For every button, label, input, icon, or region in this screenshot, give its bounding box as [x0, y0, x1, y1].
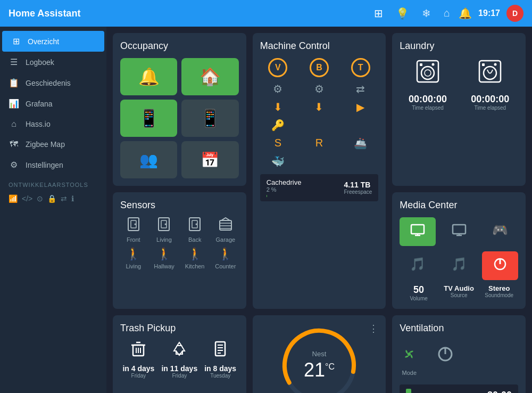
play-icon[interactable]: ▶	[343, 101, 379, 113]
alarm-icon: 🔔	[138, 67, 160, 87]
machine-control-title: Machine Control	[260, 40, 379, 52]
info-icon[interactable]: ℹ	[71, 194, 74, 203]
nav-home[interactable]: ⌂	[444, 7, 450, 20]
svg-rect-12	[159, 218, 169, 231]
recycle-icon[interactable]	[161, 340, 198, 361]
tv-btn[interactable]	[400, 217, 436, 246]
person-kitchen-icon: 🚶	[188, 247, 202, 261]
trash-paper: in 8 days Tuesday	[202, 340, 239, 379]
trash-bin-icon[interactable]	[120, 340, 157, 361]
phone1-icon: 📱	[138, 108, 160, 128]
nest-gauge: Nest 21 °C	[277, 323, 362, 393]
soundmode-display: Stereo Soundmode	[480, 284, 518, 301]
r-badge-icon[interactable]: R	[301, 137, 337, 149]
svg-rect-15	[189, 218, 200, 231]
transfer-icon[interactable]: ⇄	[61, 194, 67, 203]
avatar[interactable]: D	[506, 5, 523, 22]
soundmode-label: Soundmode	[480, 292, 518, 298]
people-sensors-grid: 🚶 Living 🚶 Hallway 🚶 Kitchen 🚶 Counter	[120, 247, 239, 269]
trash-recycle-day: Friday	[161, 373, 198, 379]
sidebar-label-overzicht: Overzicht	[28, 37, 59, 46]
spotify-btn[interactable]: 🎵	[441, 251, 477, 280]
radar-icon[interactable]: ⊙	[37, 194, 43, 203]
occ-calendar-btn[interactable]: 📅	[181, 141, 238, 178]
sensor-back-label: Back	[188, 236, 201, 243]
tv2-btn[interactable]	[441, 217, 477, 246]
svg-rect-7	[482, 63, 485, 66]
volume-label: Volume	[400, 296, 438, 301]
cache-label: Cachedrive	[267, 178, 302, 186]
sidebar-item-grafana[interactable]: 📊 Grafana	[0, 93, 106, 114]
playstation-btn[interactable]: 🎮	[482, 217, 518, 246]
vent-time: 30:00	[473, 390, 512, 393]
key-icon[interactable]: 🔑	[260, 119, 296, 132]
dryer-time: 00:00:00	[462, 94, 518, 105]
vent-time-info: 30:00 Time Remaining	[473, 390, 512, 393]
docker-icon[interactable]: 🐳	[260, 155, 296, 168]
door-front-icon	[127, 217, 140, 234]
gear2-icon[interactable]: ⚙	[301, 83, 337, 95]
sensor-back: Back	[181, 217, 208, 243]
svg-point-43	[408, 353, 411, 356]
sidebar-item-geschiedenis[interactable]: 📋 Geschiedenis	[0, 72, 106, 93]
source-label: Source	[440, 292, 478, 298]
person-living: 🚶 Living	[120, 247, 147, 269]
laundry-title: Laundry	[400, 40, 518, 52]
svg-rect-25	[453, 225, 466, 234]
nav-dashboard[interactable]: ⊞	[374, 7, 383, 20]
fan-icon[interactable]	[400, 345, 419, 367]
power-btn[interactable]	[482, 251, 518, 280]
laundry-card: Laundry 00:00:00 Time elapsed	[392, 33, 526, 186]
bell-icon[interactable]: 🔔	[459, 7, 472, 20]
sensor-living: Living	[151, 217, 178, 243]
machine-control-card: Machine Control V B T ⚙ ⚙ ⇄	[253, 33, 386, 309]
nav-climate[interactable]: ❄	[422, 7, 431, 20]
vent-progress-bar: Ventilation 33 % 30:00 Time Remaining	[400, 384, 518, 393]
person-counter-label: Counter	[215, 263, 236, 269]
header: Home Assistant ⊞ 💡 ❄ ⌂ 🔔 19:17 D	[0, 0, 532, 27]
music-btn[interactable]: 🎵	[400, 251, 436, 280]
sidebar-item-logboek[interactable]: ☰ Logboek	[0, 52, 106, 72]
garage-icon	[219, 217, 232, 234]
volume-value: 50	[400, 284, 438, 296]
occ-phone1-btn[interactable]: 📱	[120, 100, 177, 137]
wifi-icon[interactable]: 📶	[9, 194, 18, 203]
sidebar-item-instellingen[interactable]: ⚙ Instellingen	[0, 154, 106, 175]
occ-alarm-btn[interactable]: 🔔	[120, 58, 177, 95]
volume-display: 50 Volume	[400, 284, 438, 301]
download2-icon[interactable]: ⬇	[301, 101, 337, 113]
sidebar-item-zigbee[interactable]: 🗺 Zigbee Map	[0, 134, 106, 154]
svg-rect-36	[215, 342, 225, 356]
vent-power-icon[interactable]	[436, 345, 455, 367]
sidebar-item-hassio[interactable]: ⌂ Hass.io	[0, 114, 106, 134]
calendar-icon: 📅	[201, 151, 219, 169]
person-hallway-icon: 🚶	[157, 247, 171, 261]
gear1-icon[interactable]: ⚙	[260, 83, 296, 95]
sidebar-item-overzicht[interactable]: ⊞ Overzicht	[2, 31, 104, 52]
group-icon: 👥	[139, 151, 158, 169]
occ-group-btn[interactable]: 👥	[120, 141, 177, 178]
paper-icon[interactable]	[202, 340, 239, 361]
swap-icon[interactable]: ⇄	[343, 83, 379, 95]
v-icon[interactable]: V	[268, 58, 287, 77]
sidebar-label-geschiedenis: Geschiedenis	[26, 79, 71, 87]
trash-pickup-card: Trash Pickup in 4 days Friday in 11 days…	[113, 315, 246, 393]
code-icon[interactable]: </>	[22, 194, 32, 203]
door-sensors-grid: Front Living Back	[120, 217, 239, 243]
occ-home-btn[interactable]: 🏠	[181, 58, 238, 95]
nav-lights[interactable]: 💡	[396, 7, 409, 20]
header-right: 🔔 19:17 D	[459, 5, 523, 22]
laundry-row: 00:00:00 Time elapsed 00:00:00	[400, 58, 518, 111]
download1-icon[interactable]: ⬇	[260, 101, 296, 113]
t-icon[interactable]: T	[351, 58, 370, 77]
ship-icon[interactable]: 🚢	[343, 137, 379, 150]
occ-phone2-btn[interactable]: 📱	[181, 100, 238, 137]
nest-more-btn[interactable]: ⋮	[369, 323, 378, 334]
phone2-icon: 📱	[200, 108, 221, 128]
trash-paper-day: Tuesday	[202, 373, 239, 379]
s-badge-icon[interactable]: S	[260, 137, 296, 149]
b-icon[interactable]: B	[310, 58, 329, 77]
svg-point-11	[134, 224, 136, 225]
door-back-icon	[188, 217, 202, 234]
lock-icon[interactable]: 🔒	[47, 194, 56, 203]
